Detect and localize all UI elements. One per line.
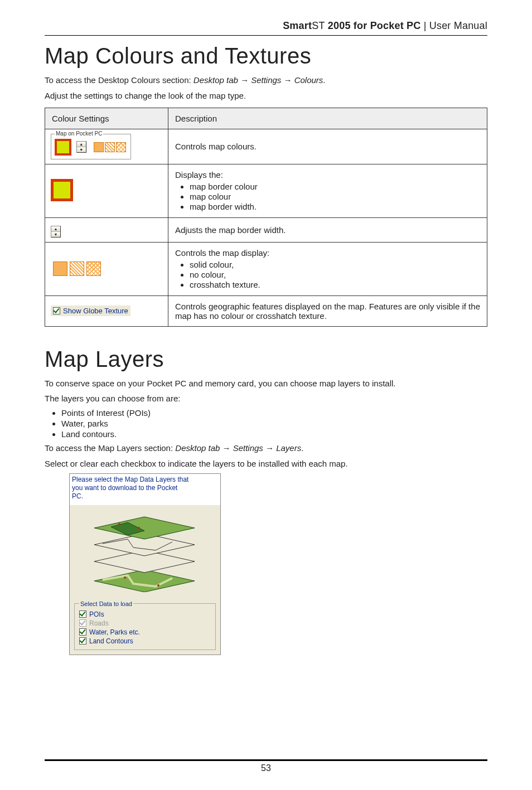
heading-map-colours: Map Colours and Textures <box>45 43 487 69</box>
checkbox-icon[interactable] <box>79 637 86 644</box>
row2-b1: map border colour <box>190 182 480 191</box>
access-path: Desktop tab → Settings → Layers <box>175 443 301 453</box>
row4-b2: no colour, <box>190 270 480 279</box>
settings-table: Colour Settings Description Map on Pocke… <box>45 108 487 327</box>
svg-point-2 <box>157 584 159 587</box>
border-width-spinner[interactable]: ▲ ▼ <box>76 141 86 153</box>
pattern-solid-icon[interactable] <box>53 261 67 276</box>
row4-b1: solid colour, <box>190 260 480 269</box>
opt-label: POIs <box>89 610 104 618</box>
layers-p1: To conserve space on your Pocket PC and … <box>45 377 487 390</box>
layers-instruction: Please select the Map Data Layers that y… <box>70 474 220 505</box>
row2-line: Displays the: <box>175 170 223 180</box>
stacked-layers-icon <box>72 508 217 592</box>
checkbox-icon <box>79 619 86 627</box>
pattern-cross-icon[interactable] <box>86 261 101 276</box>
svg-point-8 <box>138 527 140 529</box>
layers-illustration <box>70 505 220 598</box>
th-settings: Colour Settings <box>45 108 168 129</box>
svg-marker-5 <box>94 517 195 539</box>
intro-line-2: Adjust the settings to change the look o… <box>45 90 487 102</box>
intro-line-1: To access the Desktop Colours section: D… <box>45 74 487 86</box>
row4-line: Controls the map display: <box>175 248 269 258</box>
intro-suffix: . <box>323 75 325 85</box>
row5-desc: Controls geographic features displayed o… <box>168 295 487 326</box>
pattern-selector[interactable] <box>94 142 127 152</box>
table-row: Map on Pocket PC ▲ ▼ Controls map colour… <box>45 129 487 164</box>
row1-desc: Controls map colours. <box>168 129 487 164</box>
layers-b2: Water, parks <box>61 419 487 428</box>
intro-prefix: To access the <box>45 75 98 85</box>
pattern-hatch-icon[interactable] <box>105 142 115 152</box>
show-globe-texture-checkbox[interactable]: Show Globe Texture <box>51 306 130 316</box>
table-row: ▲ ▼ Adjusts the map border width. <box>45 217 487 242</box>
colour-swatch-icon[interactable] <box>55 139 71 156</box>
spinner-up-icon[interactable]: ▲ <box>51 226 60 232</box>
group-legend: Map on Pocket PC <box>55 130 103 137</box>
border-width-spinner[interactable]: ▲ ▼ <box>51 226 61 238</box>
row2-b2: map colour <box>190 192 480 201</box>
row4-b3: crosshatch texture. <box>190 280 480 289</box>
header-sep: | <box>420 20 429 31</box>
intro-mid: section: <box>160 75 194 85</box>
layers-p2: The layers you can choose from are: <box>45 392 487 405</box>
running-header: SmartST 2005 for Pocket PC | User Manual <box>45 20 487 36</box>
checkbox-label: Show Globe Texture <box>63 307 128 315</box>
pattern-cross-icon[interactable] <box>116 142 126 152</box>
pattern-solid-icon[interactable] <box>94 142 104 152</box>
intro-bold: Desktop Colours <box>98 75 160 85</box>
opt-water-parks[interactable]: Water, Parks etc. <box>79 628 211 636</box>
table-row: Controls the map display: solid colour, … <box>45 242 487 295</box>
heading-map-layers: Map Layers <box>45 347 487 372</box>
opt-land-contours[interactable]: Land Contours <box>79 637 211 645</box>
brand-thin: ST <box>312 20 325 31</box>
spinner-down-icon[interactable]: ▼ <box>51 232 60 237</box>
spinner-up-icon[interactable]: ▲ <box>77 142 86 147</box>
svg-marker-0 <box>94 570 195 592</box>
colour-swatch-icon[interactable] <box>51 179 73 201</box>
table-row: Show Globe Texture Controls geographic f… <box>45 295 487 326</box>
opt-roads: Roads <box>79 619 211 627</box>
map-layers-panel: Please select the Map Data Layers that y… <box>69 473 221 655</box>
opt-label: Water, Parks etc. <box>89 628 140 636</box>
access-prefix: To access the <box>45 443 98 453</box>
svg-point-1 <box>124 576 126 579</box>
checkbox-icon[interactable] <box>79 628 86 636</box>
row3-desc: Adjusts the map border width. <box>168 217 487 242</box>
layers-access: To access the Map Layers section: Deskto… <box>45 442 487 454</box>
layers-b1: Points of Interest (POIs) <box>61 408 487 418</box>
opt-pois[interactable]: POIs <box>79 610 211 618</box>
spinner-down-icon[interactable]: ▼ <box>77 147 86 152</box>
row2-b3: map border width. <box>190 202 480 211</box>
doc-type: User Manual <box>429 20 487 31</box>
checkbox-icon[interactable] <box>79 610 86 618</box>
layers-b3: Land contours. <box>61 429 487 439</box>
access-bold: Map Layers <box>98 443 142 453</box>
table-row: Displays the: map border colour map colo… <box>45 164 487 217</box>
brand-bold: Smart <box>283 20 312 31</box>
fieldset-legend: Select Data to load <box>79 600 133 607</box>
checkbox-icon[interactable] <box>53 307 60 314</box>
product-name: 2005 for Pocket PC <box>325 20 421 31</box>
page-number: 53 <box>45 763 487 773</box>
th-description: Description <box>168 108 487 129</box>
page-footer: 53 <box>45 759 487 773</box>
pattern-selector[interactable] <box>53 261 103 276</box>
opt-label: Land Contours <box>89 637 133 645</box>
map-on-pocket-pc-group: Map on Pocket PC ▲ ▼ <box>51 134 131 159</box>
select-data-fieldset: Select Data to load POIs Roads Water, Pa… <box>74 600 216 650</box>
access-mid: section: <box>142 443 175 453</box>
intro-path: Desktop tab → Settings → Colours <box>194 75 323 85</box>
access-suffix: . <box>301 443 303 453</box>
pattern-hatch-icon[interactable] <box>70 261 84 276</box>
opt-label: Roads <box>89 619 109 627</box>
layers-select: Select or clear each checkbox to indicat… <box>45 458 487 470</box>
svg-point-7 <box>118 523 120 525</box>
